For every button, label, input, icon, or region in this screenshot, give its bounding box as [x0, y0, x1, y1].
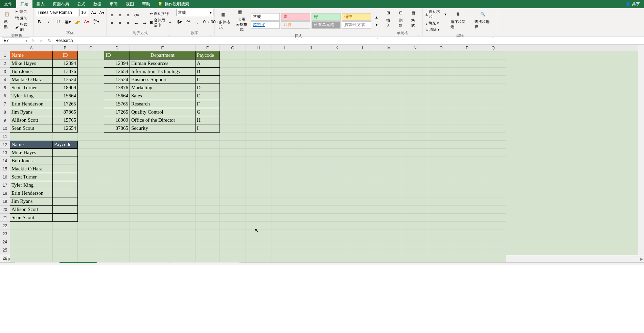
cell-F8[interactable]: G — [196, 108, 220, 116]
row-header-1[interactable]: 1 — [0, 51, 10, 60]
cell-J6[interactable] — [298, 92, 324, 100]
cell-D22[interactable] — [104, 222, 130, 230]
cell-I6[interactable] — [272, 92, 298, 100]
cell-D18[interactable] — [104, 189, 130, 197]
cell-I18[interactable] — [272, 189, 298, 197]
cell-F13[interactable] — [196, 149, 220, 157]
cell-K9[interactable] — [324, 116, 350, 124]
cell-E20[interactable] — [130, 206, 196, 214]
style-normal[interactable]: 常规 — [251, 13, 280, 21]
cell-A25[interactable] — [10, 246, 53, 254]
cell-C15[interactable] — [78, 165, 104, 173]
style-bad[interactable]: 差 — [281, 13, 310, 21]
cell-D26[interactable] — [104, 254, 130, 262]
cell-A11[interactable] — [10, 133, 53, 141]
cell-H16[interactable] — [246, 173, 272, 181]
cell-B14[interactable] — [53, 157, 78, 165]
vertical-scrollbar[interactable] — [638, 45, 644, 255]
cell-G25[interactable] — [220, 246, 246, 254]
column-header-O[interactable]: O — [428, 45, 454, 51]
cell-A23[interactable] — [10, 230, 53, 238]
cell-C17[interactable] — [78, 181, 104, 189]
clear-button[interactable]: ◇清除▾ — [425, 27, 447, 32]
cell-A6[interactable]: Tyler King — [10, 92, 53, 100]
cell-I4[interactable] — [272, 76, 298, 84]
cell-F15[interactable] — [196, 165, 220, 173]
column-header-H[interactable]: H — [246, 45, 272, 51]
cell-K18[interactable] — [324, 189, 350, 197]
cell-L4[interactable] — [350, 76, 376, 84]
cell-H23[interactable] — [246, 230, 272, 238]
cell-M13[interactable] — [376, 149, 402, 157]
cell-B13[interactable] — [53, 149, 78, 157]
fx-button[interactable]: fx — [45, 38, 53, 43]
cell-L23[interactable] — [350, 230, 376, 238]
cell-P10[interactable] — [454, 124, 480, 133]
cell-G1[interactable] — [220, 51, 246, 60]
cell-C23[interactable] — [78, 230, 104, 238]
cell-J10[interactable] — [298, 124, 324, 133]
cell-N12[interactable] — [402, 141, 428, 149]
cell-D11[interactable] — [104, 133, 130, 141]
cell-K6[interactable] — [324, 92, 350, 100]
cell-F4[interactable]: C — [196, 76, 220, 84]
cell-H10[interactable] — [246, 124, 272, 133]
cell-L3[interactable] — [350, 68, 376, 76]
cell-E18[interactable] — [130, 189, 196, 197]
column-header-Q[interactable]: Q — [480, 45, 506, 51]
cell-A13[interactable]: Mike Hayes — [10, 149, 53, 157]
cell-D10[interactable]: 87865 — [104, 124, 130, 133]
cell-O7[interactable] — [428, 100, 454, 108]
find-select-button[interactable]: 🔍查找和选择 — [473, 11, 495, 30]
cell-N21[interactable] — [402, 214, 428, 222]
cell-C11[interactable] — [78, 133, 104, 141]
cell-Q22[interactable] — [480, 222, 506, 230]
cell-J5[interactable] — [298, 84, 324, 92]
cell-L20[interactable] — [350, 206, 376, 214]
cell-A22[interactable] — [10, 222, 53, 230]
cell-D5[interactable]: 13876 — [104, 84, 130, 92]
row-header-19[interactable]: 19 — [0, 197, 10, 206]
row-header-17[interactable]: 17 — [0, 181, 10, 189]
cell-D7[interactable]: 15765 — [104, 100, 130, 108]
cell-L10[interactable] — [350, 124, 376, 133]
cell-G7[interactable] — [220, 100, 246, 108]
row-header-7[interactable]: 7 — [0, 100, 10, 108]
cell-J21[interactable] — [298, 214, 324, 222]
cell-F1[interactable]: Paycode — [196, 51, 220, 60]
cell-O26[interactable] — [428, 254, 454, 262]
cell-N18[interactable] — [402, 189, 428, 197]
column-header-M[interactable]: M — [376, 45, 402, 51]
cell-L5[interactable] — [350, 84, 376, 92]
cell-L13[interactable] — [350, 149, 376, 157]
cell-H7[interactable] — [246, 100, 272, 108]
cell-P19[interactable] — [454, 197, 480, 206]
cell-G13[interactable] — [220, 149, 246, 157]
cell-C18[interactable] — [78, 189, 104, 197]
cell-J7[interactable] — [298, 100, 324, 108]
cell-N10[interactable] — [402, 124, 428, 133]
cell-P3[interactable] — [454, 68, 480, 76]
cell-L26[interactable] — [350, 254, 376, 262]
cell-Q4[interactable] — [480, 76, 506, 84]
cell-J8[interactable] — [298, 108, 324, 116]
cell-C19[interactable] — [78, 197, 104, 206]
cell-B6[interactable]: 15664 — [53, 92, 78, 100]
cell-K23[interactable] — [324, 230, 350, 238]
cell-G26[interactable] — [220, 254, 246, 262]
cell-Q2[interactable] — [480, 60, 506, 68]
cell-A12[interactable]: Name — [10, 141, 53, 149]
tab-view[interactable]: 视图 — [122, 0, 138, 8]
cell-B21[interactable] — [53, 214, 78, 222]
tab-page-layout[interactable]: 页面布局 — [49, 0, 73, 8]
row-header-4[interactable]: 4 — [0, 76, 10, 84]
cell-M12[interactable] — [376, 141, 402, 149]
cell-K15[interactable] — [324, 165, 350, 173]
cell-Q20[interactable] — [480, 206, 506, 214]
cell-M2[interactable] — [376, 60, 402, 68]
cell-I16[interactable] — [272, 173, 298, 181]
cell-P18[interactable] — [454, 189, 480, 197]
cell-Q13[interactable] — [480, 149, 506, 157]
cell-H2[interactable] — [246, 60, 272, 68]
cell-P14[interactable] — [454, 157, 480, 165]
